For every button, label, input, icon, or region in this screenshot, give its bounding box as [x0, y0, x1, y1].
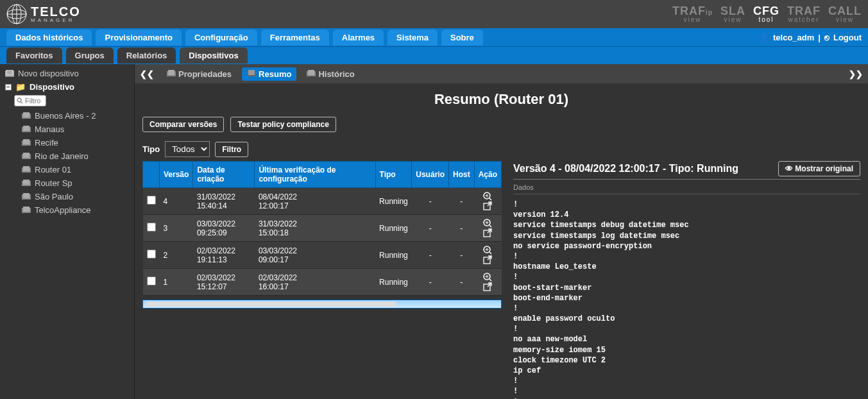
brand-logo: TELCO MANAGER: [6, 4, 81, 24]
sub-tab[interactable]: Dispositivos: [180, 47, 247, 64]
app-link-sla[interactable]: SLAview: [720, 5, 745, 23]
table-row[interactable]: 303/03/202209:25:0931/03/202215:00:18Run…: [143, 215, 502, 242]
main-tab[interactable]: Dados históricos: [6, 30, 92, 46]
page-title: Resumo (Router 01): [142, 91, 860, 108]
main-tab[interactable]: Ferramentas: [261, 30, 329, 46]
device-icon: [22, 207, 31, 214]
open-external-icon[interactable]: [483, 228, 492, 237]
brand-sub: MANAGER: [31, 18, 81, 23]
device-icon: [22, 153, 31, 160]
svg-rect-6: [6, 70, 13, 75]
device-tree-root[interactable]: − 📁 Dispositivo: [0, 80, 134, 94]
open-external-icon[interactable]: [483, 201, 492, 210]
app-header: TELCO MANAGER TRAFipviewSLAviewCFGtoolTR…: [0, 0, 868, 28]
col-usuario[interactable]: Usuário: [412, 162, 449, 188]
cell-acao: [474, 242, 501, 269]
cell-usuario: -: [412, 188, 449, 215]
logo-globe-icon: [6, 4, 27, 24]
show-original-button[interactable]: 👁 Mostrar original: [778, 161, 860, 176]
cell-acao: [474, 188, 501, 215]
device-icon: [22, 139, 31, 147]
table-row[interactable]: 102/03/202215:12:0702/03/202216:00:17Run…: [143, 269, 502, 296]
table-row[interactable]: 202/03/202219:11:1303/03/202209:00:17Run…: [143, 242, 502, 269]
zoom-in-icon[interactable]: [483, 246, 492, 255]
cell-versao: 1: [160, 269, 193, 296]
open-external-icon[interactable]: [483, 255, 492, 264]
sidebar-device-item[interactable]: Manaus: [0, 123, 134, 136]
filtro-button[interactable]: Filtro: [215, 142, 248, 157]
col-host[interactable]: Host: [448, 162, 474, 188]
horizontal-scrollbar[interactable]: [142, 300, 502, 309]
ctx-propriedades[interactable]: Propriedades: [162, 67, 237, 81]
sub-tab[interactable]: Relatórios: [117, 47, 176, 64]
logout-link[interactable]: Logout: [833, 33, 862, 42]
cell-tipo: Running: [375, 269, 412, 296]
sidebar-filter-input[interactable]: [14, 95, 46, 106]
cell-usuario: -: [412, 269, 449, 296]
tipo-select[interactable]: Todos: [165, 141, 210, 157]
sidebar-device-item[interactable]: TelcoAppliance: [0, 203, 134, 217]
app-link-cfg[interactable]: CFGtool: [753, 5, 779, 23]
device-icon: [167, 70, 176, 78]
row-checkbox[interactable]: [147, 196, 156, 205]
zoom-in-icon[interactable]: [483, 192, 492, 201]
collapse-left-icon[interactable]: ❮❮: [140, 69, 154, 79]
user-box: 👤 telco_adm | ⎋ Logout: [759, 33, 868, 42]
user-icon: 👤: [759, 33, 769, 42]
collapse-right-icon[interactable]: ❯❯: [849, 69, 863, 79]
sidebar-device-item[interactable]: Router 01: [0, 163, 134, 176]
app-link-call[interactable]: CALLview: [828, 5, 862, 23]
app-link-trafip[interactable]: TRAFipview: [672, 5, 713, 23]
row-checkbox[interactable]: [147, 276, 156, 285]
cell-host: -: [448, 215, 474, 242]
separator: |: [818, 33, 821, 42]
main-tab[interactable]: Configuração: [185, 30, 257, 46]
cell-criacao: 03/03/202209:25:09: [193, 215, 255, 242]
cell-criacao: 31/03/202215:40:14: [193, 188, 255, 215]
col-ultima[interactable]: Última verificação de configuração: [255, 162, 375, 188]
cell-ultima: 31/03/202215:00:18: [255, 215, 375, 242]
cell-versao: 3: [160, 215, 193, 242]
test-policy-button[interactable]: Testar policy compliance: [230, 117, 336, 132]
cell-versao: 4: [160, 188, 193, 215]
ctx-historico[interactable]: Histórico: [302, 67, 359, 81]
compare-versions-button[interactable]: Comparar versões: [142, 117, 224, 132]
row-checkbox[interactable]: [147, 223, 156, 232]
new-device-link[interactable]: Novo dispositivo: [0, 67, 134, 80]
table-row[interactable]: 431/03/202215:40:1408/04/202212:00:17Run…: [143, 188, 502, 215]
ctx-propriedades-label: Propriedades: [178, 69, 232, 79]
user-name: telco_adm: [773, 33, 814, 42]
main-tab[interactable]: Sistema: [387, 30, 438, 46]
device-icon: [22, 166, 31, 174]
sidebar-device-item[interactable]: Router Sp: [0, 176, 134, 190]
device-label: Rio de Janeiro: [35, 151, 89, 161]
ctx-resumo[interactable]: Resumo: [242, 67, 296, 81]
main-tab[interactable]: Alarmes: [333, 30, 384, 46]
app-link-traf[interactable]: TRAFwatcher: [787, 5, 821, 23]
sidebar-device-item[interactable]: Recife: [0, 136, 134, 149]
zoom-in-icon[interactable]: [483, 273, 492, 282]
svg-rect-20: [23, 193, 30, 198]
row-checkbox[interactable]: [147, 250, 156, 259]
sidebar-device-item[interactable]: Rio de Janeiro: [0, 149, 134, 163]
main-tab[interactable]: Provisionamento: [96, 30, 181, 46]
svg-rect-24: [168, 70, 174, 75]
col-tipo[interactable]: Tipo: [375, 162, 412, 188]
col-acao[interactable]: Ação: [474, 162, 501, 188]
col-criacao[interactable]: Data de criação: [193, 162, 255, 188]
col-versao[interactable]: Versão: [160, 162, 193, 188]
main-tab[interactable]: Sobre: [441, 30, 483, 46]
open-external-icon[interactable]: [483, 282, 492, 291]
cell-acao: [474, 269, 501, 296]
sidebar-device-item[interactable]: São Paulo: [0, 190, 134, 203]
sidebar-device-item[interactable]: Buenos Aires - 2: [0, 109, 134, 123]
svg-rect-22: [23, 207, 30, 212]
collapse-icon[interactable]: −: [5, 84, 12, 90]
svg-line-45: [489, 279, 491, 281]
sub-tab[interactable]: Favoritos: [6, 47, 62, 64]
main-tabbar: Dados históricosProvisionamentoConfigura…: [0, 28, 868, 46]
device-label: Router 01: [35, 165, 71, 174]
cell-ultima: 08/04/202212:00:17: [255, 188, 375, 215]
sub-tab[interactable]: Grupos: [66, 47, 114, 64]
zoom-in-icon[interactable]: [483, 219, 492, 228]
